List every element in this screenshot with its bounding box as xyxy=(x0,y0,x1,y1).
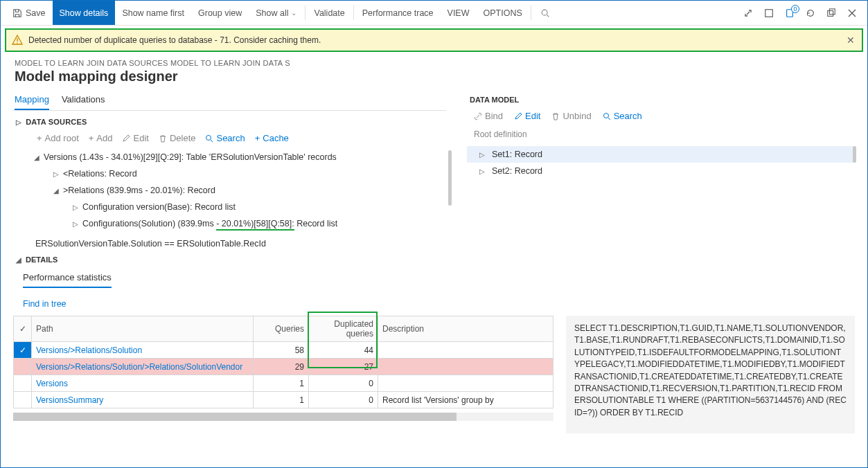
expand-icon[interactable]: ▷ xyxy=(71,220,80,228)
warning-close-button[interactable]: ✕ xyxy=(847,35,855,46)
view-menu[interactable]: VIEW xyxy=(441,1,477,25)
collapse-icon[interactable]: ◢ xyxy=(52,187,60,195)
tab-validations[interactable]: Validations xyxy=(62,90,105,110)
grid-header-row: ✓ Path Queries Duplicated queries Descri… xyxy=(14,316,553,342)
dup-queries-cell: 44 xyxy=(309,342,378,359)
table-row[interactable]: VersionsSummary10Record list 'Versions' … xyxy=(14,392,553,408)
tree-node-versions[interactable]: ◢ Versions (1.43s - 34.01%)[29][Q:29]: T… xyxy=(33,149,446,165)
validate-label: Validate xyxy=(314,8,344,18)
page-title: Model mapping designer xyxy=(1,69,867,90)
refresh-icon[interactable] xyxy=(805,8,816,19)
edit-button[interactable]: Edit xyxy=(122,133,148,143)
performance-statistics-tab[interactable]: Performance statistics xyxy=(23,269,112,288)
scrollbar-thumb[interactable] xyxy=(13,413,457,421)
search-icon xyxy=(603,112,611,120)
unbind-label: Unbind xyxy=(563,111,591,121)
expand-icon[interactable]: ▷ xyxy=(479,168,488,175)
save-button[interactable]: Save xyxy=(5,1,53,25)
tree-node-config-base[interactable]: ▷ Configuration version(Base): Record li… xyxy=(33,199,446,215)
tree-node-label: >Relations (839.9ms - 20.01%): Record xyxy=(60,186,215,195)
options-label: OPTIONS xyxy=(484,8,522,18)
grid-header-path[interactable]: Path xyxy=(32,316,254,342)
toolbar-search-button[interactable] xyxy=(533,1,560,25)
row-select-cell[interactable]: ✓ xyxy=(14,342,32,359)
add-button[interactable]: + Add xyxy=(89,133,113,143)
scrollbar-thumb[interactable] xyxy=(448,150,452,206)
expand-icon[interactable]: ▷ xyxy=(479,151,488,159)
trash-icon xyxy=(551,112,560,120)
row-select-cell[interactable] xyxy=(14,392,32,408)
table-row[interactable]: Versions10 xyxy=(14,375,553,392)
table-row[interactable]: Versions/>Relations/Solution/>Relations/… xyxy=(14,359,553,375)
tree-node-relations-lt[interactable]: ▷ <Relations: Record xyxy=(33,165,446,182)
tree-node-relations-gt[interactable]: ◢ >Relations (839.9ms - 20.01%): Record xyxy=(33,182,446,199)
notification-count: 0 xyxy=(791,5,799,13)
add-root-button[interactable]: + Add root xyxy=(37,133,79,143)
close-icon[interactable] xyxy=(847,8,858,19)
collapse-icon[interactable]: ◢ xyxy=(33,154,41,161)
tree-node-label-suffix: Record list xyxy=(294,219,338,228)
save-icon xyxy=(12,8,23,19)
popout-icon[interactable] xyxy=(826,8,837,19)
dm-node-set2[interactable]: ▷ Set2: Record xyxy=(467,163,855,179)
queries-cell: 29 xyxy=(254,359,309,375)
scrollbar-thumb[interactable] xyxy=(853,146,856,163)
path-link[interactable]: Versions/>Relations/Solution/>Relations/… xyxy=(36,362,242,372)
collapse-icon[interactable]: ◢ xyxy=(16,256,21,264)
show-all-button[interactable]: Show all ⌄ xyxy=(249,1,303,25)
view-label: VIEW xyxy=(448,8,470,18)
grid-header-queries[interactable]: Queries xyxy=(254,316,309,342)
warning-banner: Detected number of duplicate queries to … xyxy=(5,28,863,52)
path-cell: Versions/>Relations/Solution xyxy=(32,342,254,359)
path-link[interactable]: VersionsSummary xyxy=(36,395,103,405)
search-label: Search xyxy=(216,133,245,143)
grid-horizontal-scrollbar[interactable] xyxy=(13,413,553,421)
caret-right-icon[interactable]: ▷ xyxy=(16,118,21,126)
link-icon[interactable] xyxy=(743,8,754,19)
find-in-tree-link[interactable]: Find in tree xyxy=(13,288,855,316)
tree-node-label: <Relations: Record xyxy=(60,169,137,179)
tree-node-config-solution[interactable]: ▷ Configurations(Solution) (839.9ms - 20… xyxy=(33,215,446,232)
search-button[interactable]: Search xyxy=(205,133,245,143)
delete-button[interactable]: Delete xyxy=(159,133,196,143)
path-cell: Versions xyxy=(32,375,254,392)
details-title-label: DETAILS xyxy=(26,255,57,264)
path-link[interactable]: Versions/>Relations/Solution xyxy=(36,345,142,355)
dm-node-label: Set2: Record xyxy=(488,166,542,176)
data-model-tree: ▷ Set1: Record ▷ Set2: Record xyxy=(467,146,855,179)
pencil-icon xyxy=(122,134,130,143)
dup-queries-cell: 0 xyxy=(309,392,378,408)
data-sources-header: ▷ DATA SOURCES xyxy=(13,111,446,130)
grid-header-dup[interactable]: Duplicated queries xyxy=(309,316,378,342)
row-select-cell[interactable] xyxy=(14,359,32,375)
options-menu[interactable]: OPTIONS xyxy=(477,1,529,25)
group-view-button[interactable]: Group view xyxy=(191,1,249,25)
bind-button[interactable]: Bind xyxy=(474,111,503,121)
toolbar-separator xyxy=(531,6,531,20)
dm-node-set1[interactable]: ▷ Set1: Record xyxy=(467,146,855,163)
show-details-button[interactable]: Show details xyxy=(53,1,116,25)
path-link[interactable]: Versions xyxy=(36,379,68,388)
dm-node-label: Set1: Record xyxy=(488,150,542,159)
show-name-first-button[interactable]: Show name first xyxy=(115,1,191,25)
svg-point-10 xyxy=(603,113,608,118)
office-icon[interactable] xyxy=(763,8,774,19)
designer-tabs: Mapping Validations xyxy=(13,90,446,111)
dm-edit-button[interactable]: Edit xyxy=(514,111,540,121)
path-cell: Versions/>Relations/Solution/>Relations/… xyxy=(32,359,254,375)
row-select-cell[interactable] xyxy=(14,375,32,392)
grid-header-desc[interactable]: Description xyxy=(378,316,553,342)
dm-search-button[interactable]: Search xyxy=(603,111,642,121)
queries-cell: 1 xyxy=(254,375,309,392)
validate-button[interactable]: Validate xyxy=(307,1,351,25)
unbind-button[interactable]: Unbind xyxy=(551,111,591,121)
grid-header-select[interactable]: ✓ xyxy=(14,316,32,342)
tab-mapping[interactable]: Mapping xyxy=(15,90,49,110)
expand-icon[interactable]: ▷ xyxy=(71,204,80,211)
table-row[interactable]: ✓Versions/>Relations/Solution5844 xyxy=(14,342,553,359)
notification-icon[interactable]: 0 xyxy=(784,8,795,19)
expand-icon[interactable]: ▷ xyxy=(52,170,60,178)
add-root-label: Add root xyxy=(45,133,79,143)
performance-trace-button[interactable]: Performance trace xyxy=(355,1,441,25)
cache-button[interactable]: + Cache xyxy=(255,133,289,143)
